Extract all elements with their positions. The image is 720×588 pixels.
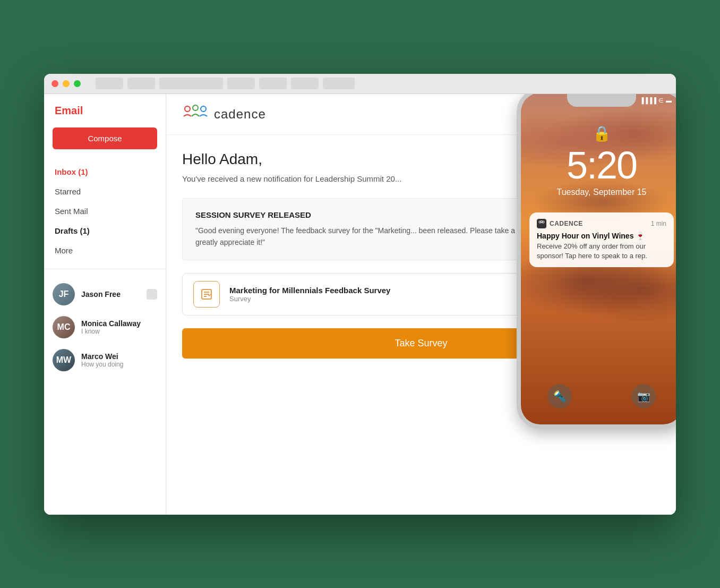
notification-card[interactable]: CADENCE 1 min Happy Hour on Vinyl Wines … bbox=[529, 212, 674, 267]
lock-date: Tuesday, September 15 bbox=[557, 188, 647, 197]
phone-notch bbox=[567, 94, 636, 107]
contact-info-jason: Jason Free bbox=[81, 290, 140, 299]
notif-header: CADENCE 1 min bbox=[537, 219, 666, 228]
svg-point-1 bbox=[193, 105, 198, 110]
mac-window: Email Compose Inbox (1) Starred Sent Mai… bbox=[44, 74, 676, 515]
contact-badge-jason bbox=[147, 289, 157, 300]
minimize-button[interactable] bbox=[63, 80, 70, 87]
survey-title: Marketing for Millennials Feedback Surve… bbox=[229, 286, 390, 295]
app-body: Email Compose Inbox (1) Starred Sent Mai… bbox=[44, 94, 676, 515]
survey-icon bbox=[193, 281, 220, 308]
svg-point-0 bbox=[185, 106, 190, 112]
camera-icon[interactable]: 📷 bbox=[631, 384, 656, 408]
cadence-logo: cadence bbox=[182, 105, 266, 124]
close-button[interactable] bbox=[52, 80, 58, 87]
contact-name-monica: Monica Callaway bbox=[81, 319, 157, 328]
forward-button[interactable] bbox=[127, 78, 155, 89]
sidebar-item-sent[interactable]: Sent Mail bbox=[44, 201, 166, 221]
battery-icon: ▬ bbox=[666, 97, 672, 104]
survey-icon-svg bbox=[200, 288, 213, 301]
sidebar-item-inbox[interactable]: Inbox (1) bbox=[44, 162, 166, 182]
fullscreen-button[interactable] bbox=[74, 80, 81, 87]
svg-point-2 bbox=[201, 106, 206, 112]
wifi-icon: ∈ bbox=[658, 97, 664, 104]
title-bar bbox=[44, 74, 676, 94]
contact-info-marco: Marco Wei How you doing bbox=[81, 352, 157, 368]
phone-frame: ▐▐▐▐ ∈ ▬ 🔒 5:20 Tuesday, September 15 bbox=[517, 94, 676, 429]
contact-name-marco: Marco Wei bbox=[81, 352, 157, 361]
cadence-logo-svg bbox=[182, 105, 209, 124]
contact-name-jason: Jason Free bbox=[81, 290, 140, 299]
contact-preview-marco: How you doing bbox=[81, 361, 157, 368]
sidebar-divider bbox=[44, 269, 166, 269]
cadence-icon bbox=[182, 105, 209, 124]
flashlight-icon[interactable]: 🔦 bbox=[547, 384, 572, 408]
cadence-brand-name: cadence bbox=[214, 107, 266, 122]
avatar-monica: MC bbox=[53, 316, 75, 338]
tabs-button[interactable] bbox=[291, 78, 319, 89]
refresh-button[interactable] bbox=[227, 78, 255, 89]
survey-label: Survey bbox=[229, 295, 390, 303]
notif-time: 1 min bbox=[651, 220, 666, 227]
lock-icon: 🔒 bbox=[593, 125, 611, 142]
notif-title: Happy Hour on Vinyl Wines 🍷 bbox=[537, 232, 666, 240]
contact-item-marco[interactable]: MW Marco Wei How you doing bbox=[44, 344, 166, 377]
sidebar-item-more[interactable]: More bbox=[44, 241, 166, 260]
back-button[interactable] bbox=[96, 78, 123, 89]
status-icons: ▐▐▐▐ ∈ ▬ bbox=[640, 97, 672, 104]
sidebar: Email Compose Inbox (1) Starred Sent Mai… bbox=[44, 94, 166, 515]
avatar-jason: JF bbox=[53, 283, 75, 305]
contact-preview-monica: I know bbox=[81, 328, 157, 335]
survey-info: Marketing for Millennials Feedback Surve… bbox=[229, 286, 390, 303]
menu-button[interactable] bbox=[323, 78, 355, 89]
main-content: cadence Mar 03 (3 days ago) Hello Adam, … bbox=[166, 94, 676, 515]
contact-info-monica: Monica Callaway I know bbox=[81, 319, 157, 335]
phone-screen: ▐▐▐▐ ∈ ▬ 🔒 5:20 Tuesday, September 15 bbox=[521, 94, 676, 424]
sidebar-item-drafts[interactable]: Drafts (1) bbox=[44, 221, 166, 241]
sidebar-item-starred[interactable]: Starred bbox=[44, 182, 166, 201]
avatar-marco: MW bbox=[53, 349, 75, 371]
share-button[interactable] bbox=[259, 78, 287, 89]
lock-time: 5:20 bbox=[567, 143, 637, 187]
signal-icon: ▐▐▐▐ bbox=[640, 97, 656, 104]
notif-app-name: CADENCE bbox=[550, 220, 583, 227]
notif-app-row: CADENCE bbox=[537, 219, 583, 228]
app-title: Email bbox=[44, 105, 166, 127]
contact-item-monica[interactable]: MC Monica Callaway I know bbox=[44, 311, 166, 344]
nav-buttons bbox=[96, 78, 355, 89]
notif-body: Receive 20% off any order from our spons… bbox=[537, 242, 666, 261]
notif-app-icon bbox=[537, 219, 546, 228]
contact-item-jason[interactable]: JF Jason Free bbox=[44, 278, 166, 311]
address-bar[interactable] bbox=[159, 78, 223, 89]
cadence-notif-icon bbox=[538, 220, 545, 227]
phone-overlay: ▐▐▐▐ ∈ ▬ 🔒 5:20 Tuesday, September 15 bbox=[517, 94, 676, 492]
compose-button[interactable]: Compose bbox=[53, 127, 157, 149]
phone-bottom: 🔦 📷 bbox=[521, 384, 676, 408]
